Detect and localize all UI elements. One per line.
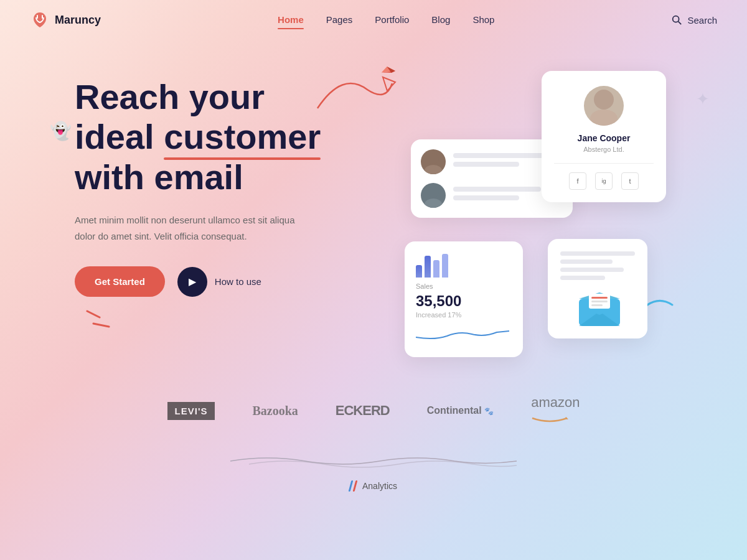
list-avatar-2 [421,183,446,208]
slash-orange [353,480,358,492]
list-line [453,153,552,158]
dash-decoration [81,305,118,338]
spark-decoration: ✦ [696,90,710,109]
stats-bar-1 [416,265,422,278]
bottom-squiggle [0,452,747,470]
email-line [560,259,613,264]
hero-buttons: Get Started ▶ How to use [75,266,374,297]
brand-amazon: amazon [531,394,580,427]
svg-point-7 [594,90,614,110]
list-line [453,187,541,192]
analytics-section: Analytics [0,480,747,492]
hero-title-line1: Reach your [75,77,265,116]
profile-name: Jane Cooper [554,133,654,143]
search-icon [671,14,682,26]
logo[interactable]: Maruncy [30,11,101,29]
hero-title-line2: ideal [75,117,154,156]
list-line [453,195,519,200]
brand-continental: Continental 🐾 [427,405,494,416]
how-to-use-label: How to use [215,276,261,287]
search-label: Search [687,15,717,26]
how-to-use-button[interactable]: ▶ How to use [177,267,261,297]
email-card [548,239,647,338]
profile-divider [554,163,654,164]
stats-bar-2 [425,256,431,278]
svg-point-0 [673,16,679,22]
list-line [453,162,519,167]
brands-section: LEVI'S Bazooka ECKERD Continental 🐾 amaz… [0,376,747,446]
hero-title-line3: with email [75,157,243,197]
logo-icon [30,11,50,29]
profile-card: Jane Cooper Abstergo Ltd. f ig t [542,71,666,202]
svg-rect-15 [591,297,608,299]
analytics-slashes [350,480,356,492]
stats-value: 35,500 [416,292,512,310]
analytics-label-text: Analytics [362,481,397,491]
stats-label: Sales [416,282,512,290]
nav-item-blog[interactable]: Blog [431,14,450,26]
stats-card: Sales 35,500 Increased 17% [405,241,523,357]
email-line [560,276,605,280]
svg-point-12 [425,198,442,208]
stats-bar-4 [442,254,448,278]
email-lines [560,251,635,284]
get-started-button[interactable]: Get Started [75,266,165,297]
nav-item-home[interactable]: Home [278,14,304,26]
navbar: Maruncy Home Pages Portfolio Blog Shop S… [0,0,747,40]
stats-sparkline [416,325,509,343]
brand-bazooka: Bazooka [252,404,298,418]
list-avatar-1 [421,149,446,174]
svg-line-6 [93,324,109,327]
svg-point-8 [590,110,618,126]
svg-rect-16 [591,301,608,302]
svg-line-1 [679,22,682,25]
hero-visual: Jane Cooper Abstergo Ltd. f ig t [398,65,697,376]
envelope-icon [578,291,618,326]
brand-levis: LEVI'S [167,402,215,420]
svg-point-10 [425,165,442,174]
brand-name: Maruncy [55,14,101,27]
email-line [560,251,635,256]
stats-bars [416,253,512,278]
social-instagram[interactable]: ig [595,172,613,190]
svg-rect-17 [591,304,603,306]
hero-section: 👻 ✦ Reach your ideal customer with [0,40,747,376]
nav-item-portfolio[interactable]: Portfolio [375,14,409,26]
stats-bar-3 [433,260,439,278]
nav-item-pages[interactable]: Pages [326,14,353,26]
profile-socials: f ig t [554,172,654,190]
profile-avatar [584,86,624,126]
email-line [560,268,624,272]
svg-line-5 [87,311,100,317]
hero-title-highlight: customer [164,117,321,157]
svg-point-11 [428,187,439,198]
brand-eckerd: ECKERD [336,403,390,419]
play-icon: ▶ [177,267,207,297]
nav-links: Home Pages Portfolio Blog Shop [278,14,494,26]
social-twitter[interactable]: t [621,172,639,190]
hero-subtitle: Amet minim mollit non deserunt ullamco e… [75,212,311,244]
svg-point-9 [428,153,439,164]
stats-change: Increased 17% [416,311,512,319]
ghost-decoration: 👻 [50,121,72,141]
nav-item-shop[interactable]: Shop [472,14,494,26]
profile-company: Abstergo Ltd. [554,146,654,153]
search-button[interactable]: Search [671,14,717,26]
social-facebook[interactable]: f [569,172,586,190]
